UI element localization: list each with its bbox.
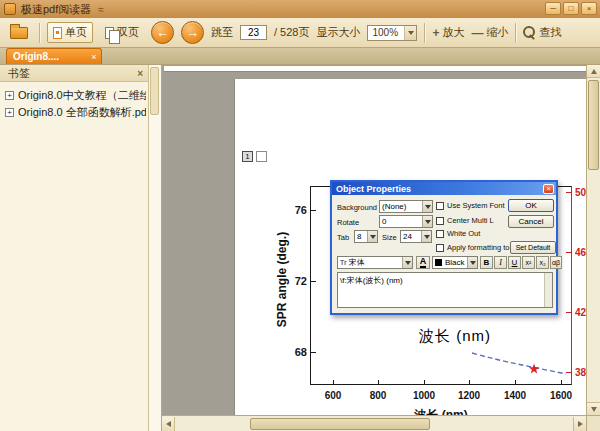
zoom-out-button[interactable]: — 缩小 (471, 25, 508, 40)
vertical-scrollbar-thumb[interactable] (588, 80, 599, 170)
bookmarks-close-icon[interactable]: × (137, 68, 143, 79)
chevron-down-icon (425, 205, 431, 209)
rotate-select[interactable]: 0 (379, 215, 433, 228)
zoom-level-value: 100% (368, 27, 404, 38)
layer-2-badge (256, 151, 267, 162)
skin-icon[interactable]: ≈ (98, 4, 104, 15)
x-axis-tick-label: 1600 (546, 390, 576, 401)
dialog-close-button[interactable]: × (543, 184, 554, 194)
jump-to-label: 跳至 (211, 25, 233, 40)
zoom-level-select[interactable]: 100% (367, 25, 417, 41)
dropdown-button[interactable] (421, 231, 431, 242)
apply-formatting-checkbox[interactable]: Apply formatting to all labe (436, 243, 510, 252)
tab-close-icon[interactable]: × (87, 52, 101, 62)
checkbox-icon[interactable] (436, 244, 444, 252)
x-tick (424, 380, 425, 385)
document-tab-bar: Origin8.... × (0, 48, 600, 65)
greek-button[interactable]: αβ (550, 256, 562, 269)
dropdown-button[interactable] (422, 216, 432, 227)
dropdown-button[interactable] (367, 231, 377, 242)
title-bar: 极速pdf阅读器 ≈ ─ □ × (0, 0, 600, 18)
chevron-down-icon (470, 261, 476, 265)
x-axis-tick-label: 1000 (409, 390, 439, 401)
tab-select[interactable]: 8 (354, 230, 378, 243)
dropdown-button[interactable] (402, 257, 412, 268)
toolbar-separator (515, 23, 516, 43)
font-color-button[interactable]: A (416, 256, 430, 269)
scroll-right-button[interactable] (573, 417, 586, 431)
pdf-reader-window: 极速pdf阅读器 ≈ ─ □ × 单页 双页 ← → 跳至 / 528页 显示大… (0, 0, 600, 431)
chevron-down-icon (425, 220, 431, 224)
right-axis-tick-label: 38 (575, 367, 586, 378)
back-arrow-icon: ← (156, 25, 169, 40)
single-page-button[interactable]: 单页 (47, 22, 93, 43)
background-select[interactable]: (None) (379, 200, 433, 213)
cancel-button[interactable]: Cancel (508, 215, 554, 228)
dialog-title-bar[interactable]: Object Properties (332, 182, 556, 195)
minimize-button[interactable]: ─ (545, 2, 561, 15)
bookmark-item-1[interactable]: + Origin8.0中文教程（二维绘图，带... (0, 87, 148, 104)
single-page-label: 单页 (65, 25, 87, 40)
expand-plus-icon[interactable]: + (5, 91, 14, 100)
triangle-down-icon (591, 407, 597, 412)
scroll-down-button[interactable] (587, 402, 600, 415)
zoom-in-button[interactable]: + 放大 (432, 25, 464, 40)
main-toolbar: 单页 双页 ← → 跳至 / 528页 显示大小 100% + 放大 — 缩小 (0, 18, 600, 48)
underline-button[interactable]: U (508, 256, 521, 269)
set-default-button[interactable]: Set Default (510, 241, 556, 254)
font-name: 宋体 (349, 258, 365, 267)
use-system-font-checkbox[interactable]: Use System Font (436, 201, 505, 210)
sidebar-scrollbar-thumb[interactable] (150, 67, 159, 115)
expand-plus-icon[interactable]: + (5, 108, 14, 117)
label-text-input[interactable]: \f:宋体(波长) (nm) (337, 272, 553, 308)
zoom-in-label: 放大 (442, 25, 464, 40)
dropdown-button[interactable] (422, 201, 432, 212)
white-out-checkbox[interactable]: White Out (436, 229, 480, 238)
maximize-button[interactable]: □ (563, 2, 579, 15)
chevron-down-icon (405, 261, 411, 265)
close-button[interactable]: × (581, 2, 597, 15)
axis-title-text-object[interactable]: 波长 (nm) (385, 327, 525, 346)
checkbox-label: Use System Font (447, 201, 505, 210)
sidebar-scrollbar[interactable] (149, 65, 162, 431)
document-view-area[interactable]: 1 76 72 68 50 46 42 38 600 800 (162, 65, 586, 415)
right-axis-tick-label: 50 (575, 187, 586, 198)
toolbar-separator (424, 23, 425, 43)
checkbox-label: Center Multi L (447, 216, 494, 225)
bookmarks-tree: + Origin8.0中文教程（二维绘图，带... + Origin8.0 全部… (0, 82, 148, 121)
superscript-button[interactable]: x² (522, 256, 535, 269)
page-number-input[interactable] (240, 25, 267, 40)
bookmark-item-2[interactable]: + Origin8.0 全部函数解析.pdf (0, 104, 148, 121)
checkbox-icon[interactable] (436, 202, 444, 210)
vertical-scrollbar[interactable] (586, 65, 600, 415)
find-button[interactable]: 查找 (523, 25, 561, 40)
color-value: Black (443, 258, 467, 267)
toolbar-separator (39, 23, 40, 43)
tab-origin8[interactable]: Origin8.... × (6, 48, 102, 64)
back-button[interactable]: ← (151, 21, 174, 44)
size-select[interactable]: 24 (400, 230, 432, 243)
checkbox-icon[interactable] (436, 230, 444, 238)
scroll-up-button[interactable] (587, 65, 600, 78)
dropdown-button[interactable] (467, 257, 477, 268)
horizontal-scrollbar[interactable] (162, 415, 586, 431)
font-select[interactable]: Tr宋体 (337, 256, 413, 269)
forward-button[interactable]: → (181, 21, 204, 44)
rotate-label: Rotate (337, 218, 359, 227)
horizontal-scrollbar-thumb[interactable] (250, 418, 430, 430)
color-select[interactable]: Black (432, 256, 478, 269)
subscript-button[interactable]: x₂ (536, 256, 549, 269)
bold-button[interactable]: B (480, 256, 493, 269)
checkbox-icon[interactable] (436, 217, 444, 225)
ok-button[interactable]: OK (508, 199, 554, 212)
textarea-scrollbar[interactable] (544, 273, 552, 307)
italic-button[interactable]: I (494, 256, 507, 269)
chevron-down-icon (424, 235, 430, 239)
x-tick (378, 380, 379, 385)
center-multi-checkbox[interactable]: Center Multi L (436, 216, 494, 225)
scroll-left-button[interactable] (162, 417, 175, 431)
double-page-button[interactable]: 双页 (100, 23, 144, 42)
open-file-button[interactable] (6, 22, 32, 44)
color-a-icon: A (420, 257, 427, 268)
zoom-dropdown-button[interactable] (404, 26, 416, 40)
